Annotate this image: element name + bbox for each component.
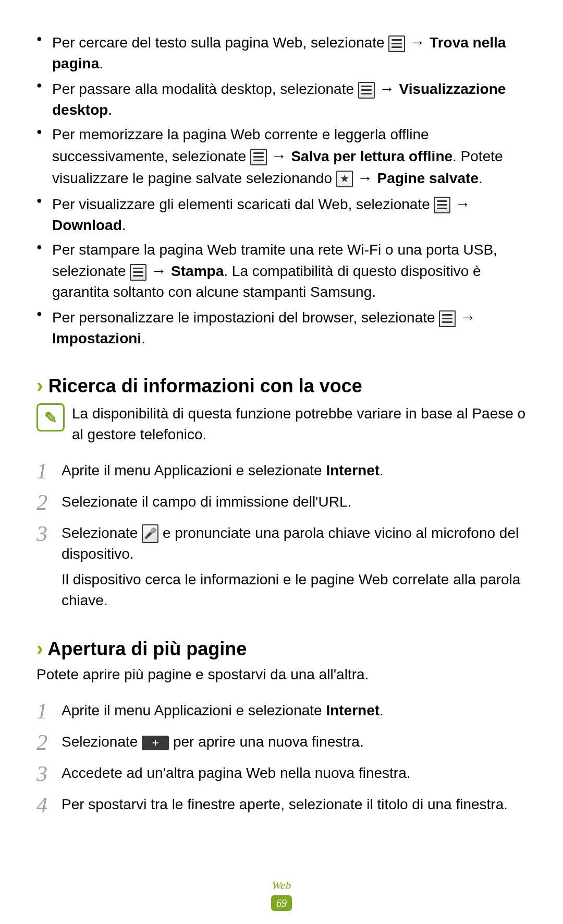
bold-text: Stampa	[171, 263, 224, 279]
text: .	[380, 702, 384, 718]
list-item: Per memorizzare la pagina Web corrente e…	[36, 124, 527, 188]
step-body: Accedete ad un'altra pagina Web nella nu…	[62, 763, 411, 784]
menu-icon	[250, 149, 267, 165]
list-item: 4 Per spostarvi tra le finestre aperte, …	[36, 794, 527, 816]
text: Aprite il menu Applicazioni e selezionat…	[62, 462, 326, 478]
text: Per cercare del testo sulla pagina Web, …	[52, 34, 388, 51]
star-icon: ★	[336, 171, 353, 187]
step-number: 4	[36, 794, 62, 816]
page-number-badge: 69	[271, 895, 292, 911]
step-body: Aprite il menu Applicazioni e selezionat…	[62, 700, 384, 722]
arrow: →	[456, 308, 475, 326]
text: .	[99, 55, 103, 71]
text: .	[141, 330, 145, 346]
document-page: Per cercare del testo sulla pagina Web, …	[0, 0, 563, 924]
list-item: Per passare alla modalità desktop, selez…	[36, 78, 527, 120]
ordered-steps: 1 Aprite il menu Applicazioni e selezion…	[36, 460, 527, 611]
text: Per spostarvi tra le finestre aperte, se…	[62, 796, 508, 812]
arrow: →	[450, 195, 470, 212]
step-number: 2	[36, 491, 62, 513]
chevron-icon: ›	[36, 638, 43, 659]
sub-text: Il dispositivo cerca le informazioni e l…	[62, 569, 527, 611]
text: Aprite il menu Applicazioni e selezionat…	[62, 702, 326, 718]
step-body: Selezionate il campo di immissione dell'…	[62, 491, 351, 513]
section-heading: › Ricerca di informazioni con la voce	[36, 375, 527, 397]
step-body: Selezionate 🎤 e pronunciate una parola c…	[62, 523, 527, 611]
list-item: 3 Accedete ad un'altra pagina Web nella …	[36, 763, 527, 785]
arrow: →	[146, 262, 171, 279]
text: .	[380, 462, 384, 478]
menu-icon	[130, 264, 146, 281]
step-number: 1	[36, 700, 62, 722]
list-item: Per stampare la pagina Web tramite una r…	[36, 239, 527, 302]
intro-text: Potete aprire più pagine e spostarvi da …	[36, 664, 527, 685]
bold-text: Salva per lettura offline	[291, 148, 452, 164]
text: Per visualizzare gli elementi scaricati …	[52, 196, 434, 212]
note-block: ✎ La disponibilità di questa funzione po…	[36, 403, 527, 444]
text: per aprire una nuova finestra.	[169, 734, 364, 750]
section-heading: › Apertura di più pagine	[36, 638, 527, 660]
heading-text: Ricerca di informazioni con la voce	[48, 375, 362, 397]
list-item: Per personalizzare le impostazioni del b…	[36, 306, 527, 349]
step-number: 3	[36, 763, 62, 785]
step-body: Aprite il menu Applicazioni e selezionat…	[62, 460, 384, 482]
list-item: Per cercare del testo sulla pagina Web, …	[36, 31, 527, 74]
ordered-steps: 1 Aprite il menu Applicazioni e selezion…	[36, 700, 527, 816]
chevron-icon: ›	[36, 375, 43, 397]
text: Selezionate	[62, 525, 142, 541]
arrow: →	[353, 169, 377, 186]
note-icon: ✎	[36, 403, 65, 431]
heading-text: Apertura di più pagine	[47, 638, 247, 659]
note-text: La disponibilità di questa funzione potr…	[72, 403, 527, 444]
bold-text: Pagine salvate	[377, 170, 479, 186]
text: Accedete ad un'altra pagina Web nella nu…	[62, 765, 411, 781]
bullet-list: Per cercare del testo sulla pagina Web, …	[36, 31, 527, 349]
bold-text: Impostazioni	[52, 330, 141, 346]
menu-icon	[439, 310, 456, 327]
menu-icon	[388, 35, 405, 52]
list-item: 1 Aprite il menu Applicazioni e selezion…	[36, 700, 527, 722]
bold-text: Internet	[326, 462, 380, 478]
list-item: 1 Aprite il menu Applicazioni e selezion…	[36, 460, 527, 482]
page-footer: Web 69	[36, 879, 527, 911]
step-number: 3	[36, 523, 62, 545]
arrow: →	[405, 33, 430, 51]
menu-icon	[434, 197, 450, 213]
list-item: Per visualizzare gli elementi scaricati …	[36, 193, 527, 235]
list-item: 2 Selezionate + per aprire una nuova fin…	[36, 731, 527, 753]
text: .	[479, 170, 483, 186]
text: .	[108, 102, 112, 118]
text: Per passare alla modalità desktop, selez…	[52, 81, 358, 97]
bold-text: Internet	[326, 702, 380, 718]
microphone-icon: 🎤	[142, 524, 158, 543]
text: Selezionate	[62, 734, 142, 750]
list-item: 2 Selezionate il campo di immissione del…	[36, 491, 527, 513]
menu-icon	[358, 82, 375, 99]
text: Per personalizzare le impostazioni del b…	[52, 309, 439, 326]
step-body: Per spostarvi tra le finestre aperte, se…	[62, 794, 508, 815]
arrow: →	[267, 147, 291, 164]
text: .	[122, 217, 126, 233]
new-tab-icon: +	[142, 736, 169, 750]
text: Selezionate il campo di immissione dell'…	[62, 494, 351, 510]
list-item: 3 Selezionate 🎤 e pronunciate una parola…	[36, 523, 527, 611]
footer-section: Web	[36, 879, 527, 892]
step-body: Selezionate + per aprire una nuova fines…	[62, 731, 364, 753]
step-number: 2	[36, 731, 62, 753]
arrow: →	[375, 80, 399, 97]
step-number: 1	[36, 460, 62, 482]
bold-text: Download	[52, 217, 122, 233]
